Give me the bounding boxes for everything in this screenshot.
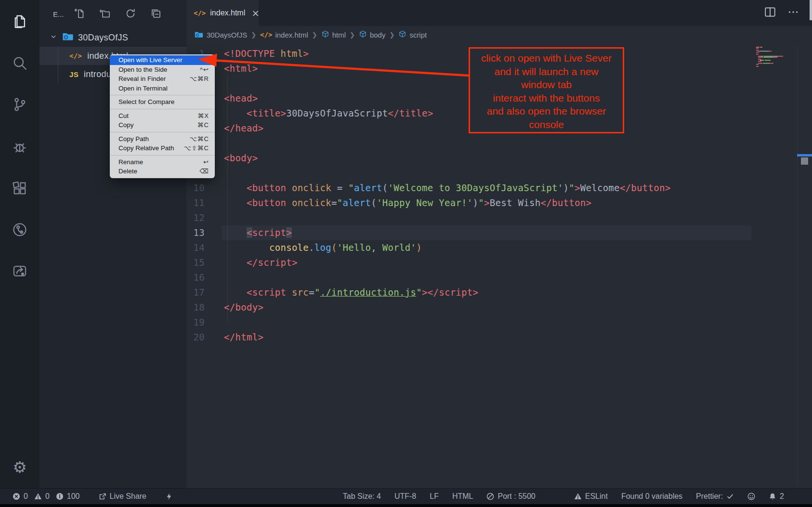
status-tab-size-4[interactable]: Tab Size: 4 bbox=[343, 492, 381, 501]
line-content: <html> bbox=[212, 61, 258, 76]
menu-item-cut[interactable]: Cut⌘X bbox=[110, 111, 215, 121]
code-line-11[interactable]: 11 <button onclick="alert('Happy New Yea… bbox=[186, 195, 812, 210]
window-bottom-edge bbox=[0, 504, 812, 507]
line-number: 13 bbox=[186, 225, 212, 240]
tab-index-html[interactable]: </> index.html × bbox=[186, 0, 259, 26]
status-label: Prettier: bbox=[696, 492, 723, 501]
folder-icon bbox=[62, 30, 74, 43]
status-0[interactable]: 0 bbox=[13, 492, 28, 501]
annotation-text-line: click on open with Live Sever bbox=[470, 52, 623, 65]
context-menu: Open with Live ServerOpen to the Side^↩R… bbox=[110, 54, 215, 178]
more-actions-icon[interactable] bbox=[787, 6, 799, 20]
folder-row-30daysofjs[interactable]: 30DaysOfJS bbox=[39, 28, 186, 47]
breadcrumb-item-index.html[interactable]: </>index.html bbox=[260, 31, 308, 39]
menu-item-open-with-live-server[interactable]: Open with Live Server bbox=[110, 55, 215, 65]
menu-item-label: Open in Terminal bbox=[118, 85, 209, 92]
extensions-icon bbox=[12, 180, 28, 196]
menu-item-rename[interactable]: Rename↩ bbox=[110, 157, 215, 167]
breadcrumb-label: script bbox=[409, 31, 427, 39]
menu-item-copy-path[interactable]: Copy Path⌥⌘C bbox=[110, 134, 215, 144]
scrollbar-thumb[interactable] bbox=[801, 157, 808, 165]
line-number: 18 bbox=[186, 300, 212, 315]
status-smiley[interactable] bbox=[747, 493, 755, 500]
breadcrumb-item-html[interactable]: html bbox=[321, 30, 346, 39]
code-line-15[interactable]: 15 </script> bbox=[186, 255, 812, 270]
line-number: 16 bbox=[186, 270, 212, 285]
split-editor-icon[interactable] bbox=[764, 6, 776, 20]
status-label: Tab Size: 4 bbox=[343, 492, 381, 501]
code-line-19[interactable]: 19 bbox=[186, 315, 812, 330]
menu-item-copy[interactable]: Copy⌘C bbox=[110, 120, 215, 130]
menu-item-open-in-terminal[interactable]: Open in Terminal bbox=[110, 84, 215, 93]
tab-label: index.html bbox=[210, 9, 245, 17]
code-line-17[interactable]: 17 <script src="./introduction.js"></scr… bbox=[186, 285, 812, 300]
status-label: 2 bbox=[780, 492, 784, 501]
status-live-share[interactable]: Live Share bbox=[99, 492, 147, 501]
info-circle-icon bbox=[56, 493, 64, 500]
menu-item-reveal-in-finder[interactable]: Reveal in Finder⌥⌘R bbox=[110, 74, 215, 84]
code-line-20[interactable]: 20</html> bbox=[186, 330, 812, 345]
code-line-7[interactable]: 7 bbox=[186, 136, 812, 151]
activity-bar-item-settings[interactable]: ⚙ bbox=[0, 456, 39, 478]
line-number: 12 bbox=[186, 210, 212, 225]
breadcrumb-item-30DaysOfJS[interactable]: 30DaysOfJS bbox=[194, 30, 247, 39]
status-lf[interactable]: LF bbox=[430, 492, 439, 501]
breadcrumb-label: html bbox=[332, 31, 346, 39]
menu-item-copy-relative-path[interactable]: Copy Relative Path⌥⇧⌘C bbox=[110, 143, 215, 153]
more-actions-icon bbox=[787, 6, 799, 18]
menu-item-delete[interactable]: Delete⌫ bbox=[110, 167, 215, 176]
menu-item-label: Reveal in Finder bbox=[118, 75, 183, 82]
status-label: 100 bbox=[67, 492, 80, 501]
status-2[interactable]: 2 bbox=[769, 492, 784, 501]
menu-item-label: Copy bbox=[118, 121, 191, 129]
activity-bar-item-explorer[interactable] bbox=[0, 11, 39, 32]
menu-item-open-to-the-side[interactable]: Open to the Side^↩ bbox=[110, 65, 215, 75]
code-line-13[interactable]: 13 <script> bbox=[186, 225, 812, 240]
status-lightning[interactable] bbox=[165, 493, 173, 500]
status-0[interactable]: 0 bbox=[34, 492, 50, 501]
status-100[interactable]: 100 bbox=[56, 492, 80, 501]
status-eslint[interactable]: ESLint bbox=[574, 492, 608, 501]
code-line-18[interactable]: 18</body> bbox=[186, 300, 812, 315]
activity-bar-item-search[interactable] bbox=[0, 52, 39, 74]
annotation-text-line: and also open the browser bbox=[470, 104, 623, 118]
vscode-window: ⚙ E... 30DaysOfJS </>index.htmlJSintrodu… bbox=[0, 0, 812, 507]
activity-bar-item-source-control[interactable] bbox=[0, 94, 39, 115]
menu-item-shortcut: ⌫ bbox=[200, 168, 209, 175]
activity-bar-item-extensions[interactable] bbox=[0, 178, 39, 199]
tree-indent-guide bbox=[58, 47, 58, 83]
breadcrumb-item-body[interactable]: body bbox=[359, 30, 386, 39]
menu-item-select-for-compare[interactable]: Select for Compare bbox=[110, 97, 215, 107]
status-prettier-[interactable]: Prettier: bbox=[696, 492, 734, 501]
activity-bar-item-gitlens[interactable] bbox=[0, 219, 39, 240]
activity-bar-item-run-debug[interactable] bbox=[0, 136, 39, 157]
chevron-down-icon bbox=[49, 32, 58, 41]
lightning-icon bbox=[165, 493, 173, 500]
breadcrumb-separator: ❯ bbox=[389, 31, 394, 39]
status-found-0-variables[interactable]: Found 0 variables bbox=[621, 492, 682, 501]
breadcrumb-item-script[interactable]: script bbox=[398, 30, 427, 39]
code-line-9[interactable]: 9 bbox=[186, 166, 812, 181]
code-line-14[interactable]: 14 console.log('Hello, World') bbox=[186, 240, 812, 255]
warning-triangle-icon bbox=[574, 493, 582, 500]
status-label: ESLint bbox=[585, 492, 608, 501]
status-html[interactable]: HTML bbox=[452, 492, 473, 501]
status-utf-8[interactable]: UTF-8 bbox=[394, 492, 416, 501]
error-circle-icon bbox=[13, 493, 20, 500]
code-line-10[interactable]: 10 <button onclick = "alert('Welcome to … bbox=[186, 181, 812, 195]
minimap[interactable] bbox=[756, 47, 795, 68]
line-content: </html> bbox=[212, 330, 263, 345]
code-line-16[interactable]: 16 bbox=[186, 270, 812, 285]
code-line-12[interactable]: 12 bbox=[186, 210, 812, 225]
menu-item-label: Copy Path bbox=[118, 135, 183, 143]
editor-actions bbox=[764, 0, 812, 26]
status-port-5500[interactable]: Port : 5500 bbox=[486, 492, 535, 501]
run-debug-icon bbox=[12, 139, 28, 155]
html-file-icon: </> bbox=[260, 31, 272, 39]
activity-bar-item-live-share[interactable] bbox=[0, 260, 39, 282]
status-label: 0 bbox=[24, 492, 28, 501]
menu-item-shortcut: ⌘C bbox=[197, 121, 209, 129]
tab-close-icon[interactable]: × bbox=[251, 7, 260, 19]
live-share-icon bbox=[12, 263, 28, 279]
code-line-8[interactable]: 8<body> bbox=[186, 151, 812, 166]
